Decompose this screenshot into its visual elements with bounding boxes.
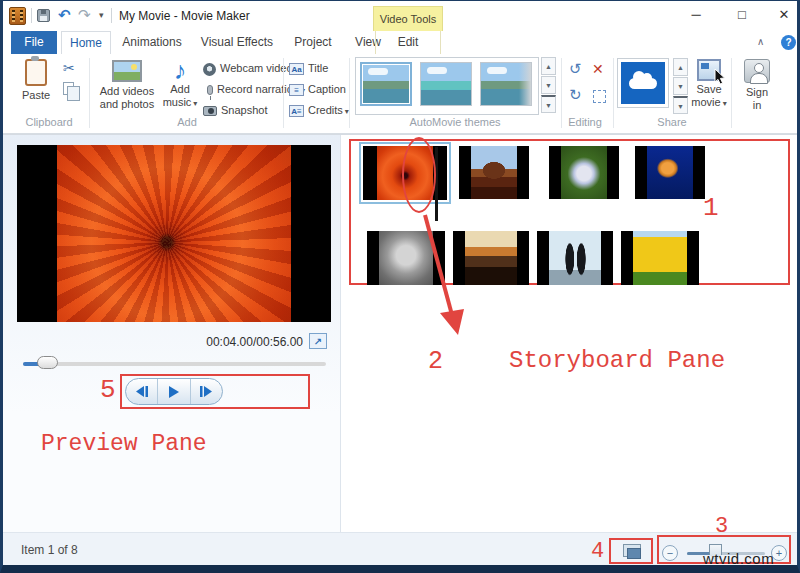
tab-visual-effects[interactable]: Visual Effects <box>193 31 281 54</box>
minimize-button[interactable]: ─ <box>679 1 713 29</box>
zoom-out-icon[interactable]: − <box>662 545 678 561</box>
credits-button[interactable]: A≡Credits▾ <box>289 101 349 120</box>
storyboard-thumb-desert-butte[interactable] <box>459 146 529 199</box>
storyboard-thumb-koala[interactable] <box>367 231 445 285</box>
storyboard-thumb-yellow-tulips[interactable] <box>621 231 699 285</box>
title-bar: ↶ ↷ ▾ My Movie - Movie Maker Video Tools… <box>3 1 797 31</box>
webcam-video-button[interactable]: Webcam video <box>203 59 293 78</box>
maximize-button[interactable]: □ <box>725 1 759 29</box>
annotation-box-5 <box>120 374 310 409</box>
select-all-icon[interactable] <box>593 90 606 103</box>
group-label-editing: Editing <box>559 116 611 128</box>
add-videos-label-1: Add videos <box>100 85 154 97</box>
share-more-icon[interactable]: ▼ <box>673 96 688 114</box>
tab-project[interactable]: Project <box>285 31 341 54</box>
copy-icon[interactable] <box>63 82 74 95</box>
storyboard-thumb-penguins[interactable] <box>537 231 613 285</box>
divider <box>283 58 284 128</box>
video-preview[interactable] <box>17 145 331 322</box>
storyboard-pane: 1 2 Storyboard Pane <box>342 135 797 533</box>
help-icon[interactable]: ? <box>781 35 796 50</box>
rotate-left-icon[interactable]: ↺ <box>569 60 582 78</box>
seek-handle[interactable] <box>37 356 58 369</box>
dropdown-icon: ▾ <box>723 99 727 108</box>
title-button[interactable]: AaTitle <box>289 59 328 78</box>
gallery-up-icon[interactable]: ▲ <box>541 57 556 75</box>
collapse-ribbon-icon[interactable]: ∧ <box>757 36 764 47</box>
paste-button[interactable]: Paste <box>15 57 57 102</box>
jellyfish-thumbnail <box>647 146 693 199</box>
automovie-theme-2[interactable] <box>420 62 472 106</box>
add-music-button[interactable]: ♪ Add music▾ <box>161 57 199 110</box>
gallery-more-icon[interactable]: ▼ <box>541 95 556 113</box>
caption-icon: ≡ <box>289 84 304 96</box>
automovie-theme-1[interactable] <box>360 62 412 106</box>
tab-file[interactable]: File <box>11 31 57 54</box>
sign-in-button[interactable]: Sign in <box>737 57 777 112</box>
divider <box>731 58 732 128</box>
tab-home[interactable]: Home <box>61 31 111 54</box>
tab-animations[interactable]: Animations <box>115 31 189 54</box>
add-videos-button[interactable]: Add videos and photos <box>95 57 159 111</box>
app-icon[interactable] <box>9 7 26 25</box>
watermark: wtvid.com <box>703 550 774 567</box>
group-label-clipboard: Clipboard <box>11 116 87 128</box>
storyboard-thumb-castle-sunset[interactable] <box>453 231 529 285</box>
share-onedrive-button[interactable] <box>617 58 669 108</box>
status-bar: Item 1 of 8 4 3 − + wtvid.com <box>3 532 797 566</box>
title-label: Title <box>308 62 328 74</box>
add-videos-label-2: and photos <box>100 98 154 110</box>
ribbon-tab-strip: File Home Animations Visual Effects Proj… <box>3 31 797 54</box>
ribbon-home: Paste ✂ Clipboard Add videos and photos … <box>3 54 797 134</box>
seek-bar[interactable] <box>23 362 326 366</box>
mouse-cursor-icon <box>714 69 726 85</box>
gallery-down-icon[interactable]: ▼ <box>541 76 556 94</box>
music-note-icon: ♪ <box>161 57 199 83</box>
caption-button[interactable]: ≡Caption <box>289 80 346 99</box>
playback-timestamp: 00:04.00/00:56.00 <box>153 335 303 349</box>
credits-icon: A≡ <box>289 105 304 117</box>
tab-edit[interactable]: Edit <box>375 31 441 54</box>
yellow-tulips-thumbnail <box>633 231 687 285</box>
video-tools-contextual-header: Video Tools <box>373 6 443 31</box>
item-count: Item 1 of 8 <box>21 543 78 557</box>
group-label-add: Add <box>93 116 281 128</box>
divider <box>349 58 350 128</box>
hydrangea-thumbnail <box>561 146 607 199</box>
movie-maker-window: ↶ ↷ ▾ My Movie - Movie Maker Video Tools… <box>0 0 800 573</box>
credits-label: Credits <box>308 104 343 116</box>
save-icon[interactable] <box>37 9 50 22</box>
preview-frame-red-flower <box>57 145 291 322</box>
storyboard-thumb-jellyfish[interactable] <box>635 146 705 199</box>
narration-label: Record narration <box>217 83 299 95</box>
clipboard-icon <box>25 59 47 86</box>
storyboard-thumb-hydrangea[interactable] <box>549 146 619 199</box>
fullscreen-icon[interactable]: ↗ <box>309 333 327 349</box>
caption-label: Caption <box>308 83 346 95</box>
photos-icon <box>112 60 142 82</box>
automovie-gallery <box>355 57 539 115</box>
sign-in-label-1: Sign <box>746 86 768 98</box>
close-button[interactable]: ✕ <box>767 1 800 29</box>
sign-in-label-2: in <box>753 99 762 111</box>
qat-dropdown-icon[interactable]: ▾ <box>99 10 104 20</box>
share-up-icon[interactable]: ▲ <box>673 58 688 76</box>
save-movie-button[interactable]: Save movie▾ <box>691 57 727 110</box>
snapshot-label: Snapshot <box>221 104 267 116</box>
annotation-box-4 <box>609 538 653 564</box>
rotate-right-icon[interactable]: ↻ <box>569 86 582 104</box>
desert-butte-thumbnail <box>471 146 517 199</box>
automovie-theme-3[interactable] <box>480 62 532 106</box>
redo-icon[interactable]: ↷ <box>78 5 91 25</box>
cut-icon[interactable]: ✂ <box>63 60 75 76</box>
annotation-number-5: 5 <box>100 375 116 405</box>
penguins-thumbnail <box>549 231 601 285</box>
divider <box>613 58 614 128</box>
remove-icon[interactable]: ✕ <box>592 60 604 78</box>
preview-pane-annotation-label: Preview Pane <box>41 431 207 457</box>
webcam-label: Webcam video <box>220 62 293 74</box>
title-icon: Aa <box>289 63 304 75</box>
share-down-icon[interactable]: ▼ <box>673 77 688 95</box>
undo-icon[interactable]: ↶ <box>58 5 71 25</box>
annotation-number-1: 1 <box>703 193 719 223</box>
